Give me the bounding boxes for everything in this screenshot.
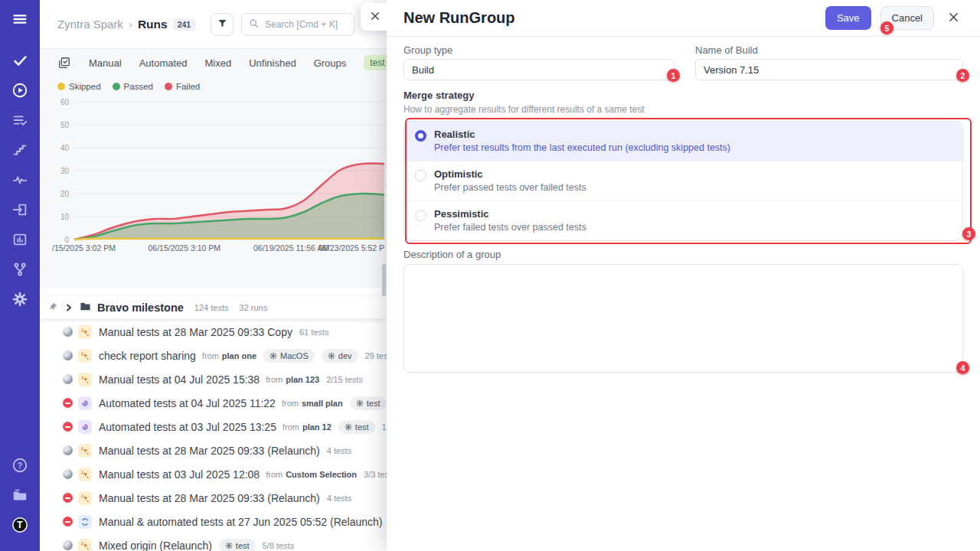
run-row[interactable]: Automated tests at 04 Jul 2025 11:22from… bbox=[40, 391, 387, 415]
legend-item-failed: Failed bbox=[165, 82, 200, 91]
tag-badge: test bbox=[350, 396, 387, 410]
merge-option-desc: Prefer test results from the last execut… bbox=[434, 142, 730, 153]
radio-unselected-icon[interactable] bbox=[415, 170, 426, 181]
svg-text:?: ? bbox=[18, 461, 22, 470]
run-row[interactable]: Automated tests at 03 Jul 2025 13:25from… bbox=[40, 415, 387, 439]
tab-mixed[interactable]: Mixed bbox=[205, 57, 232, 69]
run-row[interactable]: Mixed origin (Relaunch)test5/8 tests bbox=[40, 533, 387, 551]
git-branch-icon[interactable] bbox=[8, 258, 31, 281]
steps-icon[interactable] bbox=[8, 139, 31, 161]
mixed-run-icon bbox=[78, 515, 92, 529]
save-button[interactable]: Save bbox=[825, 6, 871, 30]
tab-unfinished[interactable]: Unfinished bbox=[249, 57, 296, 69]
manual-run-icon bbox=[78, 539, 92, 551]
folder-icon[interactable] bbox=[8, 484, 31, 507]
bar-chart-icon[interactable] bbox=[8, 228, 31, 251]
new-rungroup-drawer: New RunGroup Save Cancel Group type Name… bbox=[387, 0, 980, 551]
legend-dot bbox=[57, 83, 65, 90]
run-title: Manual tests at 28 Mar 2025 09:33 (Relau… bbox=[99, 445, 320, 457]
merge-option-optimistic[interactable]: OptimisticPrefer passed tests over faile… bbox=[404, 161, 962, 201]
svg-text:/15/2025 3:02 PM: /15/2025 3:02 PM bbox=[52, 243, 116, 253]
funnel-icon bbox=[217, 18, 228, 31]
drawer-title: New RunGroup bbox=[403, 9, 515, 27]
runs-area-chart: 0102030405060/15/2025 3:02 PM06/15/2025 … bbox=[49, 94, 387, 256]
tab-automated[interactable]: Automated bbox=[139, 57, 188, 69]
from-label: from bbox=[282, 399, 299, 408]
merge-option-realistic[interactable]: RealisticPrefer test results from the la… bbox=[404, 122, 962, 161]
legend-dot bbox=[165, 83, 172, 90]
milestone-row[interactable]: Bravo milestone 124 tests 32 runs bbox=[40, 297, 387, 318]
chevron-right-icon[interactable] bbox=[64, 303, 74, 312]
legend-label: Failed bbox=[176, 82, 200, 91]
run-row[interactable]: Manual tests at 03 Jul 2025 12:08fromCus… bbox=[40, 462, 387, 486]
merge-strategy-options: RealisticPrefer test results from the la… bbox=[403, 121, 963, 241]
run-title: check report sharing bbox=[99, 350, 196, 362]
plan-name: plan one bbox=[222, 351, 256, 360]
menu-icon[interactable] bbox=[8, 8, 31, 31]
in-progress-status-icon bbox=[63, 350, 73, 360]
svg-text:10: 10 bbox=[60, 213, 70, 221]
close-icon bbox=[949, 12, 959, 24]
tab-manual[interactable]: Manual bbox=[89, 57, 122, 69]
run-meta: 29 tests bbox=[365, 351, 387, 360]
run-row[interactable]: Manual tests at 04 Jul 2025 15:38frompla… bbox=[40, 367, 387, 391]
radio-selected-icon[interactable] bbox=[415, 130, 426, 142]
filter-tag-chip[interactable]: test work bbox=[364, 55, 387, 70]
pin-icon bbox=[48, 301, 58, 315]
run-title: Mixed origin (Relaunch) bbox=[99, 540, 212, 551]
search-input[interactable] bbox=[263, 18, 348, 31]
run-row[interactable]: Manual tests at 28 Mar 2025 09:33 (Relau… bbox=[40, 439, 387, 462]
select-all-icon[interactable] bbox=[57, 56, 71, 70]
gear-icon[interactable] bbox=[8, 288, 31, 311]
chart-section: ManualAutomatedMixedUnfinishedGroupstest… bbox=[40, 49, 387, 288]
group-type-input[interactable] bbox=[403, 59, 675, 80]
pulse-icon[interactable] bbox=[8, 168, 31, 191]
tag-badge-label: test bbox=[367, 399, 381, 408]
svg-text:0: 0 bbox=[64, 236, 69, 244]
run-row[interactable]: Manual tests at 28 Mar 2025 09:33 Copy61… bbox=[40, 320, 387, 344]
automated-run-icon bbox=[78, 396, 92, 410]
annotation-badge-1: 1 bbox=[667, 69, 680, 82]
build-name-field: Name of Build bbox=[695, 44, 963, 80]
merge-option-pessimistic[interactable]: PessimisticPrefer failed tests over pass… bbox=[404, 201, 962, 240]
merge-option-desc: Prefer passed tests over failed tests bbox=[434, 182, 586, 193]
tag-badge-label: MacOS bbox=[280, 351, 309, 360]
runs-panel: Zyntra Spark › Runs 241 ManualAutomatedM… bbox=[40, 0, 387, 551]
run-row[interactable]: Manual & automated tests at 27 Jun 2025 … bbox=[40, 510, 387, 533]
run-meta: 5/8 tests bbox=[263, 541, 295, 550]
run-meta: 3/3 tests bbox=[364, 470, 387, 479]
scrollbar-thumb[interactable] bbox=[382, 264, 386, 296]
milestone-runs-count: 32 runs bbox=[239, 303, 267, 312]
description-textarea[interactable] bbox=[403, 264, 963, 373]
sign-in-icon[interactable] bbox=[8, 198, 31, 221]
help-icon[interactable]: ? bbox=[8, 454, 31, 477]
merge-option-text: OptimisticPrefer passed tests over faile… bbox=[434, 168, 586, 193]
logo-t-icon[interactable]: T bbox=[8, 514, 31, 536]
runs-tabs: ManualAutomatedMixedUnfinishedGroupstest… bbox=[40, 49, 387, 77]
tag-badge: dev bbox=[322, 349, 358, 363]
radio-unselected-icon[interactable] bbox=[415, 210, 426, 221]
legend-dot bbox=[113, 83, 120, 90]
gear-icon bbox=[225, 542, 233, 549]
list-check-icon[interactable] bbox=[8, 109, 31, 132]
run-meta: 4 tests bbox=[327, 446, 351, 455]
svg-text:30: 30 bbox=[60, 167, 70, 175]
gear-icon bbox=[328, 352, 335, 360]
from-label: from bbox=[283, 422, 299, 432]
milestone-tests-count: 124 tests bbox=[194, 303, 229, 312]
play-circle-icon[interactable] bbox=[8, 79, 31, 102]
drawer-close-button[interactable] bbox=[943, 8, 963, 28]
tab-groups[interactable]: Groups bbox=[314, 57, 347, 69]
tag-badge: test bbox=[219, 539, 256, 551]
tag-badge-label: test bbox=[355, 422, 369, 432]
check-icon[interactable] bbox=[8, 49, 31, 72]
run-meta: 4 tests bbox=[327, 494, 351, 503]
search-box[interactable] bbox=[241, 13, 354, 36]
breadcrumb-project[interactable]: Zyntra Spark bbox=[57, 18, 123, 31]
app-sidebar: ?T bbox=[0, 0, 40, 551]
run-row[interactable]: check report sharingfromplan oneMacOSdev… bbox=[40, 344, 387, 367]
filter-button[interactable] bbox=[211, 13, 234, 36]
tag-badge-label: dev bbox=[338, 351, 352, 360]
run-row[interactable]: Manual tests at 28 Mar 2025 09:33 (Relau… bbox=[40, 486, 387, 510]
build-name-input[interactable] bbox=[695, 59, 963, 80]
